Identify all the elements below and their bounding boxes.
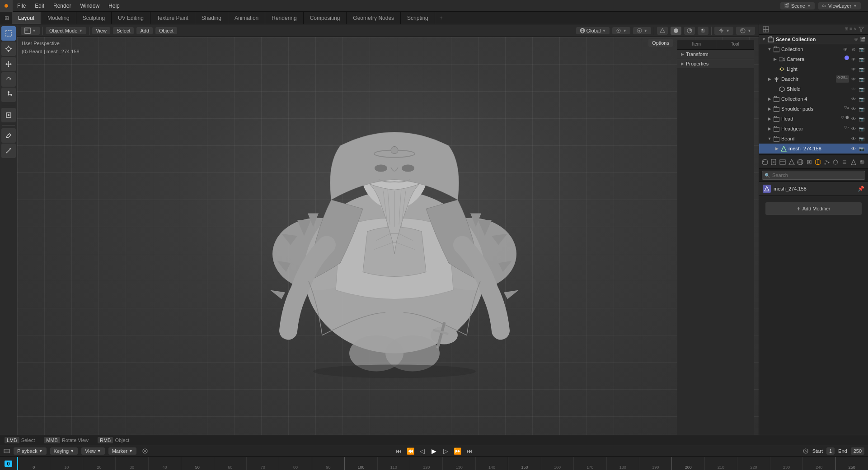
object-data-props-icon[interactable] xyxy=(849,157,858,167)
shoulder-eye-icon[interactable]: 👁 xyxy=(850,105,857,112)
viewlayer-selector[interactable]: 🗂 ViewLayer ▼ xyxy=(818,2,861,9)
tab-texture-paint[interactable]: Texture Paint xyxy=(150,12,195,24)
playback-btn[interactable]: Playback ▼ xyxy=(14,447,47,455)
tree-item-mball[interactable]: ▶ Mball.001 👁 📷 xyxy=(759,154,868,154)
material-props-icon[interactable] xyxy=(858,157,866,167)
menu-help[interactable]: Help xyxy=(104,0,124,11)
tool-select-box[interactable] xyxy=(1,26,16,41)
tab-animation[interactable]: Animation xyxy=(228,12,265,24)
n-panel-tab-item[interactable]: Item xyxy=(677,40,716,49)
col4-eye-icon[interactable]: 👁 xyxy=(850,95,857,102)
properties-section-header[interactable]: ▶ Properties xyxy=(677,59,754,68)
light-render-icon[interactable]: 📷 xyxy=(858,65,865,73)
transform-section-header[interactable]: ▶ Transform xyxy=(677,50,754,59)
proportional-edit-btn[interactable]: ▼ xyxy=(633,27,651,34)
menu-window[interactable]: Window xyxy=(75,0,104,11)
viewport-shading-material[interactable] xyxy=(684,27,695,35)
menu-edit[interactable]: Edit xyxy=(30,0,49,11)
prev-frame-btn[interactable]: ◁ xyxy=(418,446,427,456)
tree-item-collection[interactable]: ▼ Collection 👁 ⊙ 📷 xyxy=(759,44,868,54)
workspace-icon-btn[interactable]: ⊞ xyxy=(2,15,12,21)
modifier-props-icon[interactable] xyxy=(814,157,822,167)
viewport-shading-solid[interactable] xyxy=(671,27,681,35)
tab-modeling[interactable]: Modeling xyxy=(41,12,76,24)
editor-type-btn[interactable]: ▼ xyxy=(21,27,40,35)
tree-item-mesh274[interactable]: ▶ mesh_274.158 👁 📷 xyxy=(759,144,868,154)
tab-compositing[interactable]: Compositing xyxy=(304,12,347,24)
tab-shading[interactable]: Shading xyxy=(195,12,228,24)
viewport-shading-render[interactable] xyxy=(698,27,708,35)
tab-sculpting[interactable]: Sculpting xyxy=(76,12,112,24)
filter-icon-1[interactable]: ⊞ xyxy=(845,26,848,33)
tree-item-collection4[interactable]: ▶ Collection 4 👁 📷 xyxy=(759,94,868,104)
view-btn-tl[interactable]: View ▼ xyxy=(81,447,105,455)
cam-render-icon[interactable]: 📷 xyxy=(858,56,865,63)
filter-icon-2[interactable]: ≡ xyxy=(849,26,852,33)
beard-render-icon[interactable]: 📷 xyxy=(858,135,865,142)
timeline-ruler[interactable]: 0 0 10 20 30 40 50 60 70 80 90 100 110 1… xyxy=(0,457,868,470)
transform-global-btn[interactable]: Global ▼ xyxy=(576,27,610,34)
physics-props-icon[interactable] xyxy=(832,157,840,167)
tab-scripting[interactable]: Scripting xyxy=(401,12,435,24)
outliner-tree[interactable]: ▼ Collection 👁 ⊙ 📷 ▶ Camera xyxy=(759,44,868,154)
viewport-shading-wire[interactable] xyxy=(657,27,668,35)
view-menu-btn[interactable]: View xyxy=(92,27,110,34)
start-frame-num[interactable]: 1 xyxy=(826,447,835,455)
add-workspace-btn[interactable]: + xyxy=(435,15,447,21)
col-select-icon[interactable]: ⊙ xyxy=(850,46,857,53)
skip-end-btn[interactable]: ⏭ xyxy=(464,446,474,456)
head-render-icon[interactable]: 📷 xyxy=(858,115,865,122)
tool-transform[interactable] xyxy=(1,108,16,122)
col-render-icon[interactable]: 📷 xyxy=(858,46,865,53)
col-eye-icon[interactable]: 👁 xyxy=(842,46,849,53)
tool-measure[interactable] xyxy=(1,144,16,158)
viewlayer-props-icon[interactable] xyxy=(779,157,787,167)
scene-selector[interactable]: 🎬 Scene ▼ xyxy=(780,2,815,9)
filter-icon-3[interactable]: ∨ xyxy=(854,26,857,33)
overlays-btn[interactable]: ▼ xyxy=(736,27,755,35)
keying-btn[interactable]: Keying ▼ xyxy=(50,447,78,455)
render-props-icon[interactable] xyxy=(761,157,769,167)
tool-rotate[interactable] xyxy=(1,72,16,87)
tab-layout[interactable]: Layout xyxy=(12,12,41,24)
pin-icon[interactable]: 📌 xyxy=(858,186,864,192)
add-menu-btn[interactable]: Add xyxy=(136,27,153,34)
add-modifier-btn[interactable]: + Add Modifier xyxy=(765,202,862,215)
scene-col-render-icon[interactable]: 🎬 xyxy=(860,37,865,42)
headgear-eye-icon[interactable]: 👁 xyxy=(850,125,857,132)
mesh274-render-icon[interactable]: 📷 xyxy=(858,145,865,152)
headgear-render-icon[interactable]: 📷 xyxy=(858,125,865,132)
light-eye-icon[interactable]: 👁 xyxy=(850,65,857,73)
tab-uv-editing[interactable]: UV Editing xyxy=(112,12,150,24)
daechir-render-icon[interactable]: 📷 xyxy=(858,75,865,83)
tool-annotate[interactable] xyxy=(1,128,16,143)
end-frame-num[interactable]: 250 xyxy=(851,447,864,455)
mode-selector-btn[interactable]: Object Mode ▼ xyxy=(46,27,86,34)
scene-col-eye-icon[interactable]: 👁 xyxy=(854,37,859,42)
gizmos-btn[interactable]: ▼ xyxy=(714,27,733,35)
object-props-icon[interactable] xyxy=(805,157,813,167)
marker-btn[interactable]: Marker ▼ xyxy=(108,447,136,455)
tree-item-beard[interactable]: ▼ Beard 👁 📷 xyxy=(759,134,868,144)
beard-eye-icon[interactable]: 👁 xyxy=(850,135,857,142)
tree-item-shield[interactable]: ▶ Shield 👁 📷 xyxy=(759,84,868,94)
playhead[interactable] xyxy=(17,457,18,470)
shoulder-render-icon[interactable]: 📷 xyxy=(858,105,865,112)
next-frame-btn[interactable]: ▷ xyxy=(441,446,451,456)
tree-item-headgear[interactable]: ▶ Headgear ▽₇ 👁 📷 xyxy=(759,124,868,134)
tree-item-head[interactable]: ▶ Head ▽ ⬟ 👁 📷 xyxy=(759,114,868,124)
current-frame-display[interactable]: 0 xyxy=(5,461,12,467)
scene-props-icon[interactable] xyxy=(788,157,796,167)
menu-file[interactable]: File xyxy=(13,0,30,11)
skip-start-btn[interactable]: ⏮ xyxy=(394,446,404,456)
tool-scale[interactable] xyxy=(1,88,16,102)
filter-funnel-icon[interactable] xyxy=(858,26,864,33)
cam-eye-icon[interactable]: 👁 xyxy=(850,56,857,63)
mesh274-eye-icon[interactable]: 👁 xyxy=(850,145,857,152)
output-props-icon[interactable] xyxy=(770,157,778,167)
shield-eye-icon[interactable]: 👁 xyxy=(850,85,857,93)
modifier-search-input[interactable] xyxy=(762,171,865,180)
daechir-eye-icon[interactable]: 👁 xyxy=(850,75,857,83)
tree-item-shoulder-pads[interactable]: ▶ Shoulder pads ▽₂ 👁 📷 xyxy=(759,104,868,114)
next-keyframe-btn[interactable]: ⏩ xyxy=(453,446,463,456)
